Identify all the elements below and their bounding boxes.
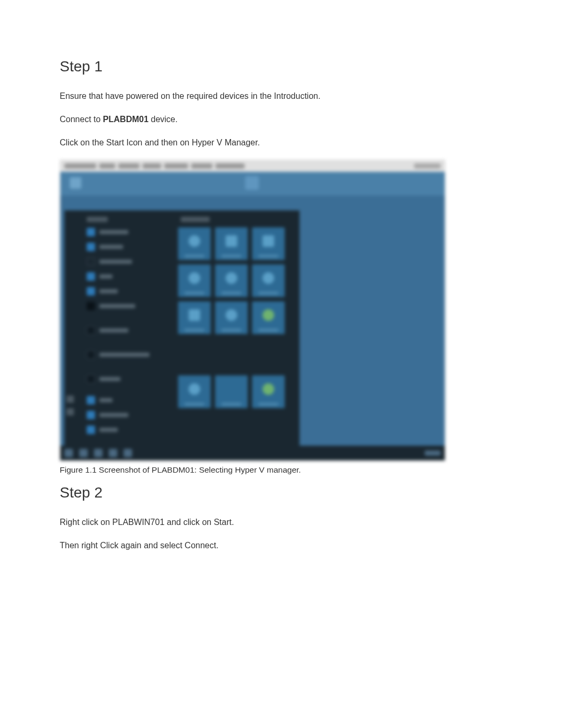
app-label <box>99 260 132 264</box>
tile[interactable] <box>178 227 211 260</box>
app-icon <box>87 228 95 236</box>
start-tiles-grid <box>178 227 297 408</box>
app-label <box>99 377 120 381</box>
list-item[interactable] <box>87 326 169 335</box>
app-label <box>99 398 113 402</box>
tile-icon <box>263 383 274 395</box>
tile-icon <box>226 309 237 321</box>
tile-icon <box>189 272 200 284</box>
list-item[interactable] <box>87 410 169 420</box>
app-label <box>99 230 128 234</box>
app-label <box>99 328 128 333</box>
list-item[interactable] <box>87 395 169 405</box>
app-icon <box>87 411 95 419</box>
step1-text-2-bold: PLABDM01 <box>103 115 148 124</box>
step1-text-2: Connect to PLABDM01 device. <box>60 113 503 126</box>
tile-icon <box>226 272 237 284</box>
tile-label <box>221 403 241 406</box>
list-item[interactable] <box>87 374 169 384</box>
tile[interactable] <box>252 301 285 334</box>
tile-label <box>184 255 204 257</box>
tile-label <box>258 403 278 406</box>
app-icon <box>87 287 95 296</box>
list-item[interactable] <box>87 301 169 311</box>
title-bar-right <box>414 163 441 169</box>
title-segment <box>164 163 188 169</box>
taskbar-icon[interactable] <box>94 449 102 457</box>
step1-heading: Step 1 <box>60 58 503 75</box>
app-icon <box>87 302 95 310</box>
app-label <box>99 413 128 417</box>
app-icon <box>87 243 95 251</box>
start-header-right <box>181 217 210 222</box>
app-label <box>99 274 113 279</box>
taskbar <box>60 446 445 460</box>
taskbar-icon[interactable] <box>109 449 117 457</box>
tile[interactable] <box>178 375 211 408</box>
list-item[interactable] <box>87 242 169 252</box>
window-subtitle-bar <box>60 172 445 196</box>
sidebar-icon[interactable] <box>67 395 74 403</box>
tile[interactable] <box>252 375 285 408</box>
app-label <box>99 289 118 293</box>
list-item[interactable] <box>87 227 169 237</box>
window-title-bar <box>60 160 445 172</box>
taskbar-icon[interactable] <box>124 449 132 457</box>
list-item[interactable] <box>87 287 169 296</box>
tile-label <box>184 292 204 294</box>
list-item[interactable] <box>87 350 169 360</box>
tile[interactable] <box>215 375 248 408</box>
app-icon <box>87 426 95 434</box>
start-header-left <box>87 217 108 222</box>
tile[interactable] <box>252 227 285 260</box>
start-app-list <box>87 227 169 389</box>
tile[interactable] <box>178 301 211 334</box>
app-icon <box>87 375 95 383</box>
title-right-seg <box>414 163 441 169</box>
step1-text-1: Ensure that have powered on the required… <box>60 90 503 103</box>
app-icon <box>87 396 95 404</box>
tile[interactable] <box>178 264 211 297</box>
figure-1-image <box>60 160 445 461</box>
subtitle-icon <box>70 177 81 189</box>
tile[interactable] <box>215 227 248 260</box>
title-segment <box>143 163 161 169</box>
step2-heading: Step 2 <box>60 484 503 501</box>
step2-text-1: Right click on PLABWIN701 and click on S… <box>60 516 503 529</box>
list-item[interactable] <box>87 425 169 435</box>
sidebar-icon[interactable] <box>67 408 74 416</box>
tile-label <box>184 329 204 331</box>
tile[interactable] <box>215 301 248 334</box>
taskbar-tray[interactable] <box>425 450 441 456</box>
list-item[interactable] <box>87 272 169 281</box>
figure-1-container: Figure 1.1 Screenshot of PLABDM01: Selec… <box>60 160 445 475</box>
tile-icon <box>189 383 200 395</box>
tile-icon <box>189 235 200 247</box>
figure-1-caption: Figure 1.1 Screenshot of PLABDM01: Selec… <box>60 465 445 475</box>
tile-label <box>184 403 204 406</box>
title-segment <box>99 163 115 169</box>
step1-text-2-suffix: device. <box>148 115 177 124</box>
tile-label <box>221 329 241 331</box>
app-label <box>99 353 149 357</box>
list-item[interactable] <box>87 257 169 266</box>
tile-label <box>258 329 278 331</box>
start-icon[interactable] <box>64 449 73 457</box>
start-bottom-list <box>87 395 169 440</box>
subtitle-center-icon <box>245 176 259 190</box>
tile-label <box>221 255 241 257</box>
tile-icon <box>226 235 237 247</box>
tile-label <box>258 292 278 294</box>
step1-text-3: Click on the Start Icon and then on Hype… <box>60 136 503 149</box>
tile[interactable] <box>252 264 285 297</box>
start-menu-panel <box>64 210 300 446</box>
app-label <box>99 304 135 308</box>
title-segment <box>216 163 245 169</box>
title-segment <box>118 163 139 169</box>
app-icon <box>87 272 95 281</box>
taskbar-icon[interactable] <box>79 449 88 457</box>
tile-icon <box>263 309 274 321</box>
tile[interactable] <box>215 264 248 297</box>
app-label <box>99 245 123 249</box>
tile-icon <box>189 309 200 321</box>
